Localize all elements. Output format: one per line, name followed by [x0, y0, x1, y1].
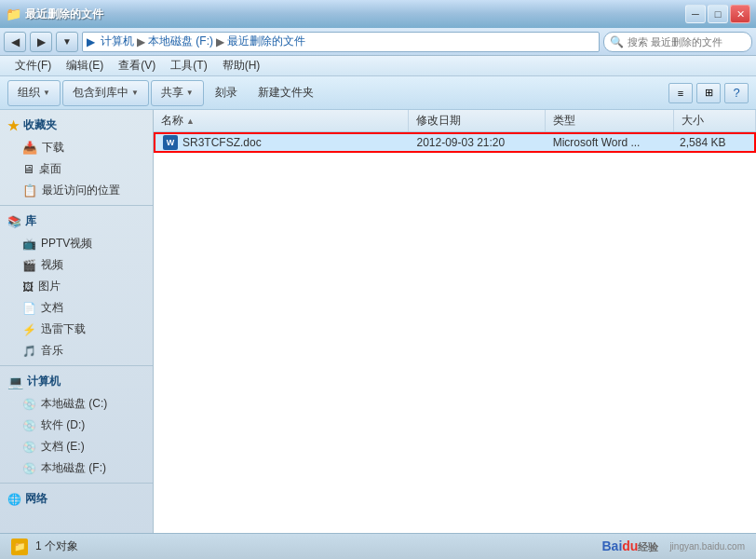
col-header-size[interactable]: 大小: [674, 110, 756, 131]
sidebar-divider-2: [0, 365, 153, 366]
sidebar-item-drive-d[interactable]: 💿 软件 (D:): [0, 415, 153, 436]
share-label: 共享: [161, 85, 183, 101]
sidebar-item-music[interactable]: 🎵 音乐: [0, 340, 153, 361]
status-folder-icon: 📁: [11, 539, 28, 555]
favorites-star-icon: ★: [7, 118, 20, 133]
sidebar-divider-3: [0, 483, 153, 484]
library-label: 库: [25, 213, 36, 229]
breadcrumb-computer-label[interactable]: 计算机: [101, 34, 134, 49]
share-button[interactable]: 共享 ▼: [151, 80, 204, 106]
sidebar-divider-1: [0, 205, 153, 206]
baidu-logo: Baidu经验: [601, 539, 658, 554]
sidebar-library-header[interactable]: 📚 库: [0, 210, 153, 233]
forward-button[interactable]: ▶: [30, 32, 52, 52]
file-cell-size: 2,584 KB: [672, 136, 754, 149]
sidebar-item-pictures[interactable]: 🖼 图片: [0, 276, 153, 297]
col-header-name[interactable]: 名称 ▲: [154, 110, 409, 131]
computer-label: 计算机: [27, 374, 61, 389]
network-icon: 🌐: [7, 493, 21, 506]
sidebar-item-desktop[interactable]: 🖥 桌面: [0, 158, 153, 180]
video-icon: 🎬: [22, 259, 36, 272]
sidebar-item-drive-c[interactable]: 💿 本地磁盘 (C:): [0, 393, 153, 415]
back-button[interactable]: ◀: [4, 32, 26, 52]
share-dropdown-icon: ▼: [186, 89, 194, 97]
title-bar-left: 📁 最近删除的文件: [6, 7, 103, 22]
close-button[interactable]: ✕: [730, 5, 750, 23]
include-library-button[interactable]: 包含到库中 ▼: [62, 80, 149, 106]
help-button[interactable]: ?: [724, 83, 749, 103]
status-count: 1 个对象: [35, 539, 78, 554]
drive-e-icon: 💿: [22, 441, 36, 454]
sidebar-item-video[interactable]: 🎬 视频: [0, 254, 153, 276]
breadcrumb[interactable]: ▶ 计算机 ▶ 本地磁盘 (F:) ▶ 最近删除的文件: [82, 32, 600, 52]
network-label: 网络: [25, 491, 47, 507]
sidebar-item-recent[interactable]: 📋 最近访问的位置: [0, 180, 153, 201]
status-bar: 📁 1 个对象 Baidu经验 jingyan.baidu.com: [0, 533, 756, 559]
file-list-body: W SR3TCFSZ.doc 2012-09-03 21:20 Microsof…: [154, 132, 756, 533]
burn-label: 刻录: [215, 85, 237, 101]
organize-button[interactable]: 组织 ▼: [7, 80, 61, 106]
computer-icon: 💻: [7, 375, 23, 389]
search-input[interactable]: [628, 36, 739, 48]
sidebar: ★ 收藏夹 📥 下载 🖥 桌面 📋 最近访问的位置 📚 库: [0, 110, 154, 533]
include-dropdown-icon: ▼: [131, 89, 139, 97]
sidebar-item-drive-e[interactable]: 💿 文档 (E:): [0, 436, 153, 457]
drive-d-icon: 💿: [22, 419, 36, 432]
up-button[interactable]: ▼: [56, 32, 78, 52]
menu-help[interactable]: 帮助(H): [215, 56, 268, 75]
breadcrumb-drive[interactable]: 本地磁盘 (F:): [148, 34, 213, 49]
sidebar-library-section: 📚 库 📺 PPTV视频 🎬 视频 🖼 图片 📄 文档 ⚡ 迅雷下载: [0, 210, 153, 361]
sidebar-favorites-header[interactable]: ★ 收藏夹: [0, 114, 153, 137]
sidebar-computer-header[interactable]: 💻 计算机: [0, 370, 153, 393]
include-library-label: 包含到库中: [73, 85, 128, 101]
file-cell-date: 2012-09-03 21:20: [409, 136, 545, 149]
new-folder-button[interactable]: 新建文件夹: [249, 80, 323, 106]
sidebar-computer-section: 💻 计算机 💿 本地磁盘 (C:) 💿 软件 (D:) 💿 文档 (E:) 💿 …: [0, 370, 153, 479]
music-icon: 🎵: [22, 345, 36, 358]
address-bar: ◀ ▶ ▼ ▶ 计算机 ▶ 本地磁盘 (F:) ▶ 最近删除的文件 🔍: [0, 28, 756, 56]
new-folder-label: 新建文件夹: [258, 85, 314, 101]
sidebar-item-downloads[interactable]: 📥 下载: [0, 137, 153, 158]
menu-edit[interactable]: 编辑(E): [59, 56, 111, 75]
breadcrumb-computer[interactable]: ▶: [87, 35, 95, 48]
toolbar-right: ≡ ⊞ ?: [668, 83, 749, 103]
toolbar: 组织 ▼ 包含到库中 ▼ 共享 ▼ 刻录 新建文件夹 ≡ ⊞ ?: [0, 76, 756, 110]
breadcrumb-folder[interactable]: 最近删除的文件: [227, 34, 305, 49]
sidebar-network-header[interactable]: 🌐 网络: [0, 487, 153, 511]
pictures-icon: 🖼: [22, 280, 34, 293]
recent-icon: 📋: [22, 184, 37, 198]
sidebar-item-documents[interactable]: 📄 文档: [0, 297, 153, 319]
drive-f-icon: 💿: [22, 462, 36, 475]
view-details-button[interactable]: ≡: [668, 83, 693, 103]
search-bar[interactable]: 🔍: [603, 32, 752, 52]
menu-tools[interactable]: 工具(T): [163, 56, 214, 75]
burn-button[interactable]: 刻录: [206, 80, 247, 106]
sidebar-item-pptv[interactable]: 📺 PPTV视频: [0, 233, 153, 254]
sort-arrow: ▲: [186, 116, 195, 126]
library-icon: 📚: [7, 215, 21, 228]
file-area: 名称 ▲ 修改日期 类型 大小 W SR3TCFSZ.doc 2012-09-: [154, 110, 756, 533]
file-cell-name: W SR3TCFSZ.doc: [155, 135, 409, 150]
sidebar-item-thunder[interactable]: ⚡ 迅雷下载: [0, 319, 153, 340]
sidebar-network-section: 🌐 网络: [0, 487, 153, 511]
file-cell-type: Microsoft Word ...: [546, 136, 672, 149]
maximize-button[interactable]: □: [708, 5, 728, 23]
organize-dropdown-icon: ▼: [43, 89, 50, 97]
organize-label: 组织: [18, 85, 40, 101]
table-row[interactable]: W SR3TCFSZ.doc 2012-09-03 21:20 Microsof…: [154, 132, 756, 153]
drive-c-icon: 💿: [22, 398, 36, 411]
col-header-type[interactable]: 类型: [546, 110, 673, 131]
menu-file[interactable]: 文件(F): [7, 56, 59, 75]
view-tiles-button[interactable]: ⊞: [696, 83, 721, 103]
minimize-button[interactable]: ─: [685, 5, 706, 23]
pptv-icon: 📺: [22, 238, 36, 251]
title-controls: ─ □ ✕: [685, 5, 750, 23]
window-title: 最近删除的文件: [25, 7, 103, 22]
sidebar-item-drive-f[interactable]: 💿 本地磁盘 (F:): [0, 457, 153, 479]
menu-bar: 文件(F) 编辑(E) 查看(V) 工具(T) 帮助(H): [0, 56, 756, 76]
thunder-icon: ⚡: [22, 323, 36, 336]
menu-view[interactable]: 查看(V): [111, 56, 163, 75]
file-list-header: 名称 ▲ 修改日期 类型 大小: [154, 110, 756, 132]
col-header-date[interactable]: 修改日期: [409, 110, 546, 131]
desktop-icon: 🖥: [22, 162, 34, 176]
